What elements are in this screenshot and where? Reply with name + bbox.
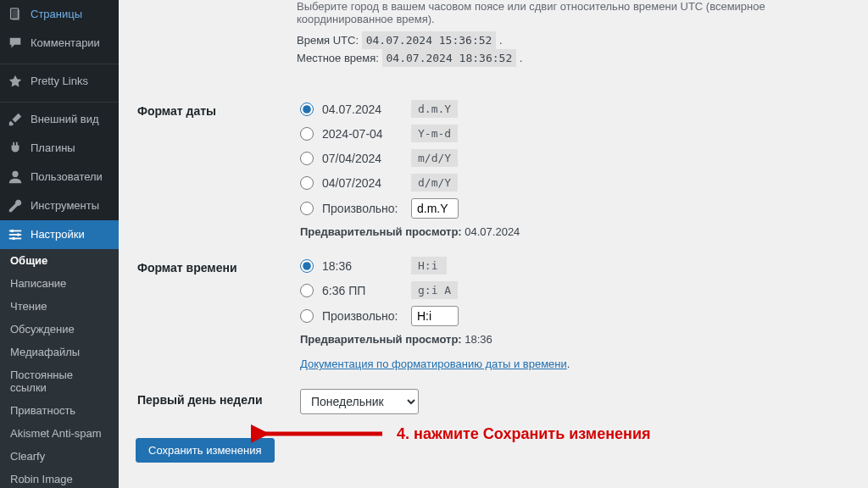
time-format-custom-label: Произвольно: bbox=[322, 309, 411, 323]
sidebar-item-инструменты[interactable]: Инструменты bbox=[0, 191, 119, 220]
submenu-item[interactable]: Написание bbox=[0, 272, 119, 295]
star-icon bbox=[7, 73, 24, 90]
utc-time-row: Время UTC: 04.07.2024 15:36:52 . bbox=[136, 34, 851, 47]
settings-submenu: ОбщиеНаписаниеЧтениеОбсуждениеМедиафайлы… bbox=[0, 249, 119, 488]
utc-time-value: 04.07.2024 15:36:52 bbox=[362, 31, 497, 49]
date-format-option[interactable]: 04/07/2024d/m/Y bbox=[300, 174, 841, 191]
sidebar-item-label: Плагины bbox=[31, 141, 75, 156]
submenu-item[interactable]: Общие bbox=[0, 249, 119, 272]
svg-point-2 bbox=[12, 171, 18, 177]
svg-point-7 bbox=[17, 233, 20, 236]
week-start-select[interactable]: Понедельник bbox=[300, 389, 419, 414]
time-format-option[interactable]: 18:36H:i bbox=[300, 257, 841, 274]
time-format-code: H:i bbox=[411, 257, 447, 274]
time-format-display: 18:36 bbox=[322, 259, 411, 273]
week-start-row: Первый день недели Понедельник bbox=[137, 380, 849, 423]
sidebar-item-label: Инструменты bbox=[31, 198, 99, 214]
wrench-icon bbox=[7, 197, 24, 214]
svg-point-8 bbox=[12, 237, 15, 241]
sidebar-item-label: Пользователи bbox=[31, 169, 103, 185]
date-format-display: 07/04/2024 bbox=[322, 152, 411, 165]
date-format-custom-label: Произвольно: bbox=[322, 202, 411, 215]
time-format-custom-option[interactable]: Произвольно: bbox=[300, 306, 841, 326]
date-format-radio[interactable] bbox=[300, 176, 314, 190]
datetime-doc-link[interactable]: Документация по форматированию даты и вр… bbox=[300, 358, 567, 370]
date-format-code: m/d/Y bbox=[411, 149, 458, 167]
save-changes-button[interactable]: Сохранить изменения bbox=[136, 438, 275, 463]
date-format-option[interactable]: 07/04/2024m/d/Y bbox=[300, 149, 841, 167]
submenu-item[interactable]: Медиафайлы bbox=[0, 341, 119, 363]
local-time-row: Местное время: 04.07.2024 18:36:52 . bbox=[136, 52, 851, 64]
local-time-label: Местное время: bbox=[297, 52, 379, 64]
sidebar-item-пользователи[interactable]: Пользователи bbox=[0, 163, 119, 191]
plug-icon bbox=[7, 140, 24, 157]
comments-icon bbox=[7, 35, 24, 52]
time-format-option[interactable]: 6:36 ППg:i A bbox=[300, 281, 841, 299]
local-time-value: 04.07.2024 18:36:52 bbox=[382, 49, 517, 67]
settings-form-table: Формат даты 04.07.2024d.m.Y2024-07-04Y-m… bbox=[136, 90, 851, 424]
date-format-radio[interactable] bbox=[300, 152, 314, 165]
sidebar-item-label: Настройки bbox=[31, 227, 85, 242]
time-format-radio-custom[interactable] bbox=[300, 309, 314, 323]
sidebar-item-label: Страницы bbox=[31, 7, 82, 22]
sliders-icon bbox=[7, 226, 24, 243]
time-format-radio[interactable] bbox=[300, 259, 314, 273]
submenu-item[interactable]: Обсуждение bbox=[0, 318, 119, 341]
date-format-preview: Предварительный просмотр: 04.07.2024 bbox=[300, 225, 841, 238]
submenu-item[interactable]: Akismet Anti-spam bbox=[0, 422, 119, 445]
date-format-code: Y-m-d bbox=[411, 125, 458, 142]
sidebar-item-label: Комментарии bbox=[31, 36, 100, 51]
date-format-display: 04.07.2024 bbox=[322, 103, 411, 116]
svg-point-6 bbox=[11, 230, 14, 233]
sidebar-item-плагины[interactable]: Плагины bbox=[0, 134, 119, 163]
time-format-heading: Формат времени bbox=[137, 248, 298, 379]
date-format-code: d/m/Y bbox=[411, 174, 458, 191]
submenu-item[interactable]: Чтение bbox=[0, 295, 119, 318]
menu-separator bbox=[0, 98, 119, 103]
date-format-display: 04/07/2024 bbox=[322, 176, 411, 190]
sidebar-item-комментарии[interactable]: Комментарии bbox=[0, 29, 119, 58]
admin-sidebar: СтраницыКомментарии Pretty Links Внешний… bbox=[0, 0, 119, 488]
pages-icon bbox=[7, 6, 24, 23]
date-format-option[interactable]: 04.07.2024d.m.Y bbox=[300, 100, 841, 118]
settings-content: Выберите город в вашем часовом поясе или… bbox=[119, 0, 868, 488]
sidebar-item-страницы[interactable]: Страницы bbox=[0, 0, 119, 29]
time-format-row: Формат времени 18:36H:i6:36 ППg:i A Прои… bbox=[137, 248, 849, 379]
sidebar-item-label: Pretty Links bbox=[31, 74, 88, 89]
time-format-code: g:i A bbox=[411, 281, 458, 299]
timezone-description: Выберите город в вашем часовом поясе или… bbox=[136, 0, 851, 25]
sidebar-item-pretty-links[interactable]: Pretty Links bbox=[0, 67, 119, 96]
brush-icon bbox=[7, 111, 24, 128]
date-format-custom-input[interactable] bbox=[411, 198, 459, 219]
submenu-item[interactable]: Robin Image Optimizer bbox=[0, 468, 119, 488]
sidebar-item-label: Внешний вид bbox=[31, 112, 99, 127]
date-format-radio[interactable] bbox=[300, 103, 314, 116]
menu-separator bbox=[0, 60, 119, 64]
user-icon bbox=[7, 169, 24, 186]
date-format-heading: Формат даты bbox=[137, 92, 298, 247]
submenu-item[interactable]: Clearfy bbox=[0, 445, 119, 468]
date-format-radio-custom[interactable] bbox=[300, 202, 314, 215]
sidebar-item-настройки[interactable]: Настройки bbox=[0, 220, 119, 249]
submenu-item[interactable]: Приватность bbox=[0, 399, 119, 422]
time-format-display: 6:36 ПП bbox=[322, 284, 411, 297]
date-format-radio[interactable] bbox=[300, 127, 314, 141]
time-format-radio[interactable] bbox=[300, 284, 314, 297]
time-format-preview: Предварительный просмотр: 18:36 bbox=[300, 333, 841, 346]
time-format-custom-input[interactable] bbox=[411, 306, 459, 326]
svg-rect-1 bbox=[12, 10, 19, 21]
sidebar-item-внешний-вид[interactable]: Внешний вид bbox=[0, 105, 119, 134]
utc-time-label: Время UTC: bbox=[297, 34, 359, 47]
date-format-option[interactable]: 2024-07-04Y-m-d bbox=[300, 125, 841, 142]
week-start-heading: Первый день недели bbox=[137, 380, 298, 423]
date-format-display: 2024-07-04 bbox=[322, 127, 411, 141]
date-format-row: Формат даты 04.07.2024d.m.Y2024-07-04Y-m… bbox=[137, 92, 849, 247]
date-format-code: d.m.Y bbox=[411, 100, 458, 118]
submenu-item[interactable]: Постоянные ссылки bbox=[0, 363, 119, 399]
date-format-custom-option[interactable]: Произвольно: bbox=[300, 198, 841, 219]
